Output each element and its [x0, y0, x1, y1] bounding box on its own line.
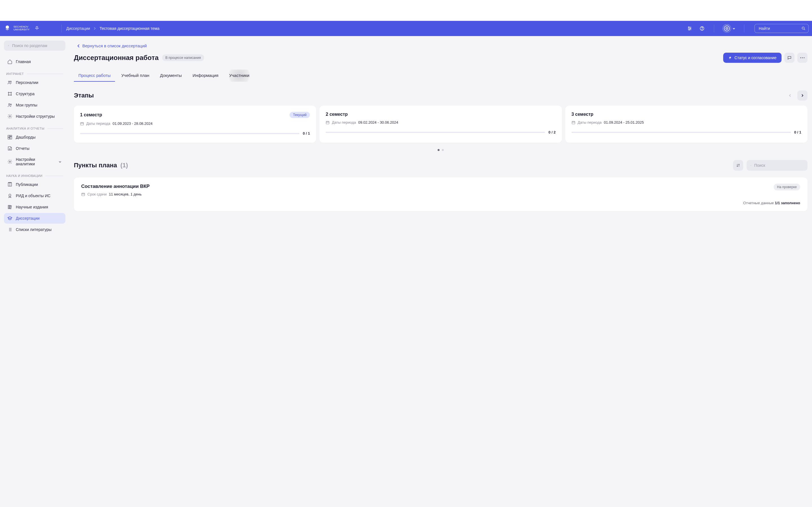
- plan-search[interactable]: [747, 160, 808, 171]
- help-icon[interactable]: [697, 23, 707, 34]
- svg-rect-17: [8, 135, 10, 137]
- svg-point-10: [8, 92, 9, 93]
- chevron-down-icon: [58, 160, 62, 164]
- sidebar-section-label: ИНТРАНЕТ: [4, 72, 65, 75]
- global-search-input[interactable]: [755, 24, 809, 33]
- sort-button[interactable]: [733, 160, 743, 171]
- sidebar-item[interactable]: Структура: [4, 89, 65, 99]
- search-icon[interactable]: [801, 26, 806, 31]
- chevron-right-icon: [801, 94, 804, 97]
- chevron-right-icon: [93, 27, 96, 30]
- plan-count: (1): [120, 162, 128, 169]
- plan-item-status-badge: На проверке: [774, 184, 800, 190]
- sidebar-search-input[interactable]: [12, 43, 61, 48]
- calendar-icon: [326, 121, 329, 124]
- bolt-icon: [728, 56, 732, 60]
- sidebar-item-label: Настройки структуры: [16, 114, 55, 119]
- sidebar-item[interactable]: Диссертации: [4, 213, 65, 224]
- stages-title: Этапы: [74, 92, 94, 99]
- status-approval-button[interactable]: Статус и согласование: [723, 53, 781, 63]
- grad-icon: [7, 216, 12, 221]
- more-button[interactable]: [797, 53, 808, 63]
- progress-count: 0 / 1: [303, 131, 310, 135]
- plan-item[interactable]: Составление аннотации ВКР Срок сдачи 11 …: [74, 177, 808, 211]
- sidebar-item-label: Мои группы: [16, 103, 37, 107]
- progress-bar: [80, 133, 299, 134]
- sidebar-item-label: Настройки аналитики: [16, 157, 55, 166]
- sidebar-item[interactable]: Настройки аналитики: [4, 154, 65, 169]
- chevron-left-icon: [77, 44, 80, 48]
- list-icon: [7, 227, 12, 232]
- sidebar-item[interactable]: Дашборды: [4, 132, 65, 143]
- stage-card[interactable]: 2 семестр Даты периода 09.02.2024 - 30.0…: [319, 106, 562, 143]
- stage-cards: 1 семестр Текущий Даты периода 01.09.202…: [74, 106, 808, 143]
- global-search[interactable]: [755, 24, 809, 33]
- sidebar-item[interactable]: Персоналии: [4, 77, 65, 88]
- dot-active[interactable]: [438, 149, 440, 151]
- sidebar-item-label: Научные издания: [16, 205, 48, 209]
- plan-search-input[interactable]: [754, 163, 804, 168]
- stages-prev-button[interactable]: [785, 91, 795, 101]
- sidebar-item-label: Отчеты: [16, 146, 29, 151]
- tab[interactable]: Процесс работы: [74, 69, 115, 82]
- user-menu[interactable]: [721, 24, 737, 33]
- topbar: Sechenov University Диссертации Тестовая…: [0, 21, 812, 36]
- tab[interactable]: Учебный план: [117, 69, 154, 82]
- sidebar-search[interactable]: [4, 41, 65, 51]
- sidebar-item[interactable]: РИД и объекты ИС: [4, 190, 65, 201]
- status-badge: В процессе написания: [162, 54, 204, 61]
- sidebar: Главная ИНТРАНЕТПерсоналииСтруктураМои г…: [0, 36, 69, 240]
- svg-point-15: [10, 104, 11, 105]
- svg-point-14: [9, 104, 10, 105]
- dots-icon: [800, 57, 805, 58]
- sidebar-item[interactable]: Списки литературы: [4, 224, 65, 235]
- chevron-down-icon: [732, 27, 735, 30]
- brand[interactable]: Sechenov University: [3, 24, 57, 33]
- sort-icon: [736, 163, 740, 167]
- group-icon: [7, 103, 12, 108]
- comment-icon: [787, 55, 792, 60]
- org-icon: [7, 91, 12, 96]
- svg-point-1: [689, 27, 689, 27]
- stage-card[interactable]: 3 семестр Даты периода 01.09.2024 - 25.0…: [565, 106, 808, 143]
- stages-next-button[interactable]: [797, 91, 808, 101]
- stage-card[interactable]: 1 семестр Текущий Даты периода 01.09.202…: [74, 106, 316, 143]
- sidebar-item[interactable]: Отчеты: [4, 143, 65, 154]
- stage-badge: Текущий: [290, 112, 310, 118]
- sidebar-section-label: НАУКА И ИННОВАЦИИ: [4, 174, 65, 177]
- dot[interactable]: [442, 149, 444, 151]
- sidebar-item-label: РИД и объекты ИС: [16, 193, 50, 198]
- svg-point-13: [11, 95, 11, 96]
- comments-button[interactable]: [784, 53, 795, 63]
- progress-bar: [571, 132, 791, 133]
- sidebar-item[interactable]: Публикации: [4, 179, 65, 190]
- sidebar-item-home[interactable]: Главная: [4, 56, 65, 67]
- svg-point-7: [725, 27, 728, 30]
- search-icon: [751, 163, 751, 168]
- sidebar-item[interactable]: Мои группы: [4, 100, 65, 110]
- avatar: [723, 24, 731, 33]
- tab[interactable]: Информация: [188, 69, 223, 82]
- settings-sliders-icon[interactable]: [684, 23, 695, 34]
- breadcrumb-root[interactable]: Диссертации: [66, 26, 90, 31]
- breadcrumb: Диссертации Тестовая диссертационная тем…: [66, 26, 160, 31]
- sidebar-item-label: Списки литературы: [16, 227, 52, 232]
- progress-count: 0 / 1: [794, 130, 801, 134]
- sidebar-item[interactable]: Настройки структуры: [4, 111, 65, 122]
- tab[interactable]: Документы: [156, 69, 186, 82]
- svg-point-6: [726, 28, 728, 29]
- svg-point-12: [8, 95, 9, 96]
- dashboard-icon: [7, 135, 12, 140]
- sidebar-item-label: Публикации: [16, 182, 38, 187]
- book-icon: [7, 182, 12, 187]
- back-link[interactable]: Вернуться в список диссертаций: [76, 42, 148, 50]
- pin-icon[interactable]: [34, 25, 40, 31]
- medal-icon: [7, 193, 12, 198]
- carousel-dots: [74, 149, 808, 151]
- sidebar-item[interactable]: Научные издания: [4, 202, 65, 212]
- svg-rect-30: [82, 193, 85, 195]
- svg-rect-27: [326, 121, 329, 124]
- page-title: Диссертационная работа: [74, 54, 159, 62]
- tab[interactable]: Участники: [225, 69, 254, 82]
- svg-point-3: [689, 29, 690, 30]
